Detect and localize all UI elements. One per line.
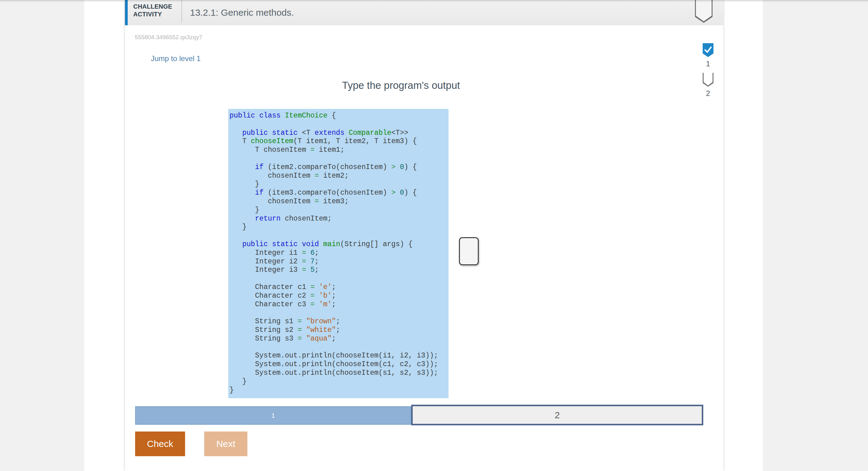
code-token: Comparable <box>349 129 392 137</box>
code-token <box>306 257 310 265</box>
activity-pennant-icon <box>695 0 713 23</box>
code-token: T <box>229 137 251 145</box>
code-token <box>268 240 272 248</box>
code-line: Integer i2 = 7; <box>229 257 448 266</box>
code-token <box>306 249 310 257</box>
code-token: (item3.compareTo(chosenItem) <box>264 189 391 197</box>
code-token: 0 <box>400 163 404 171</box>
code-line <box>229 120 448 129</box>
code-line: } <box>229 180 448 189</box>
code-token: <T <box>298 129 315 137</box>
code-token: T chosenItem <box>229 146 310 154</box>
code-line <box>229 275 448 283</box>
activity-type-line1: CHALLENGE <box>133 3 183 10</box>
code-token: System.out.println(chooseItem(i1, i2, i3… <box>229 352 438 359</box>
code-token: = <box>298 335 302 343</box>
code-line: T chooseItem(T item1, T item2, T item3) … <box>229 137 448 146</box>
code-token <box>306 266 310 274</box>
code-token: "white" <box>306 326 336 334</box>
code-token <box>302 335 306 343</box>
code-token <box>319 240 323 248</box>
code-token: item1; <box>315 146 345 154</box>
code-token: chosenItem <box>229 197 315 206</box>
code-line: } <box>229 386 448 395</box>
code-token: 5 <box>310 266 315 274</box>
code-token: = <box>310 301 315 309</box>
code-token: extends <box>315 129 345 137</box>
code-token: 'b' <box>319 292 332 300</box>
header-divider <box>181 0 182 23</box>
code-token: 6 <box>310 249 315 257</box>
code-token: = <box>298 326 302 334</box>
code-token: 7 <box>310 257 315 265</box>
code-token: class <box>259 112 281 120</box>
code-line: if (item2.compareTo(chosenItem) > 0) { <box>229 163 448 172</box>
code-token <box>396 163 400 171</box>
code-token: ; <box>332 283 336 291</box>
code-token: main <box>323 240 340 248</box>
code-line: System.out.println(chooseItem(i1, i2, i3… <box>229 352 448 360</box>
code-token: Integer i1 <box>229 249 302 257</box>
code-token: } <box>229 206 259 214</box>
check-button[interactable]: Check <box>135 432 185 456</box>
code-token: Character c1 <box>229 283 310 291</box>
code-token: (item2.compareTo(chosenItem) <box>264 163 391 171</box>
code-token: ; <box>336 317 340 325</box>
code-token: = <box>302 266 306 274</box>
code-token <box>302 326 306 334</box>
code-line <box>229 343 448 352</box>
code-token: static <box>272 240 298 248</box>
code-token: } <box>229 180 259 188</box>
activity-title: 13.2.1: Generic methods. <box>190 0 294 25</box>
activity-header: CHALLENGE ACTIVITY 13.2.1: Generic metho… <box>125 0 723 25</box>
code-line: String s3 = "aqua"; <box>229 335 448 343</box>
code-line: } <box>229 223 448 232</box>
code-line: System.out.println(chooseItem(c1, c2, c3… <box>229 360 448 369</box>
code-token: Integer i2 <box>229 257 302 265</box>
jump-to-level-link[interactable]: Jump to level 1 <box>151 54 200 63</box>
code-token: } <box>229 378 246 385</box>
code-token: (String[] args) { <box>340 240 413 248</box>
code-token: System.out.println(chooseItem(c1, c2, c3… <box>229 360 438 368</box>
answer-input[interactable] <box>459 237 479 265</box>
code-line: public class ItemChoice { <box>229 112 448 120</box>
code-token: 'e' <box>319 283 332 291</box>
code-token: ; <box>332 301 336 309</box>
content-card: CHALLENGE ACTIVITY 13.2.1: Generic metho… <box>84 0 763 471</box>
code-line: public static <T extends Comparable<T>> <box>229 129 448 137</box>
code-token: ) { <box>404 189 417 197</box>
code-token: > <box>392 189 396 197</box>
code-token <box>281 112 285 120</box>
code-token <box>229 215 255 223</box>
code-token: chosenItem <box>229 172 315 180</box>
code-token: System.out.println(chooseItem(s1, s2, s3… <box>229 369 438 377</box>
code-token <box>302 317 306 325</box>
code-token: "brown" <box>306 317 336 325</box>
code-line: Character c1 = 'e'; <box>229 283 448 292</box>
code-token: "aqua" <box>306 335 332 343</box>
code-token <box>315 292 319 300</box>
code-token <box>229 129 242 137</box>
next-button[interactable]: Next <box>204 432 247 456</box>
level-2-shield-label: 2 <box>703 89 713 98</box>
activity-type-label: CHALLENGE ACTIVITY <box>133 3 183 18</box>
code-token: ; <box>332 335 336 343</box>
code-token: = <box>315 172 319 180</box>
code-line: chosenItem = item3; <box>229 197 448 206</box>
code-token <box>255 112 259 120</box>
code-token: (T item1, T item2, T item3) { <box>293 137 417 145</box>
code-token: ; <box>336 326 340 334</box>
code-token: = <box>298 317 302 325</box>
code-token: = <box>310 283 315 291</box>
code-line: String s2 = "white"; <box>229 326 448 335</box>
challenge-activity-panel: CHALLENGE ACTIVITY 13.2.1: Generic metho… <box>125 0 723 471</box>
code-token: } <box>229 223 246 231</box>
code-token: String s2 <box>229 326 298 334</box>
code-token <box>345 129 349 137</box>
code-token: Character c3 <box>229 301 310 309</box>
code-token: } <box>229 386 234 394</box>
code-token: static <box>272 129 298 137</box>
code-token: if <box>255 163 264 171</box>
level-2-shield-fill <box>704 73 713 86</box>
code-token: Integer i3 <box>229 266 302 274</box>
